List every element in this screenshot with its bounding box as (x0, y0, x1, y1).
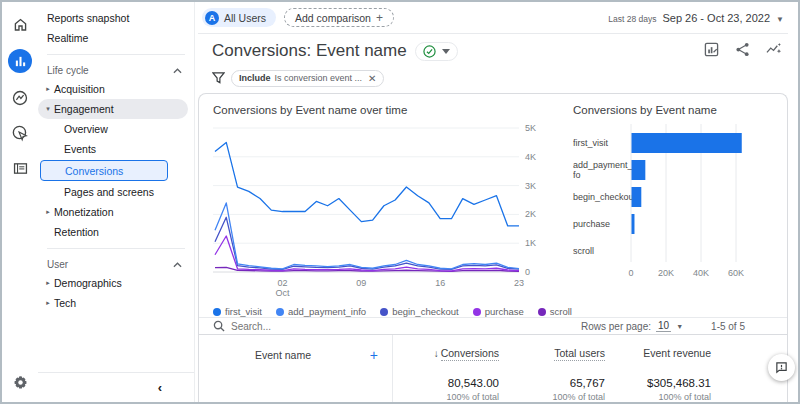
legend-dot (276, 308, 284, 316)
expand-arrow-icon: ▸ (42, 208, 54, 216)
configure-icon[interactable] (10, 158, 30, 178)
date-range-selector[interactable]: Last 28 days Sep 26 - Oct 23, 2022 ▼ (608, 12, 788, 24)
svg-text:20K: 20K (658, 268, 674, 278)
svg-text:first_visit: first_visit (573, 138, 609, 148)
filter-funnel-icon[interactable] (212, 72, 225, 84)
svg-text:3K: 3K (525, 181, 536, 191)
expand-arrow-icon: ▸ (42, 85, 54, 93)
sidebar-item-monetization[interactable]: ▸ Monetization (38, 202, 194, 222)
report-nav: Reports snapshot Realtime Life cycle ▸ A… (38, 2, 195, 402)
svg-text:add_payment_in: add_payment_in (573, 160, 640, 170)
event-revenue-column: Event revenue $305,468.31 100% of total (605, 347, 711, 402)
add-comparison-button[interactable]: Add comparison + (284, 8, 394, 27)
data-table: Event name + ↓Conversions 80,543.00 100%… (199, 335, 787, 402)
rows-per-page-select[interactable]: 10 (656, 320, 671, 332)
chevron-down-icon[interactable]: ▼ (676, 323, 683, 330)
sidebar-item-pages-and-screens[interactable]: Pages and screens (38, 182, 194, 202)
legend-item-first_visit[interactable]: first_visit (213, 306, 262, 317)
section-life-cycle[interactable]: Life cycle (38, 61, 194, 79)
customize-report-icon[interactable] (704, 42, 719, 61)
dimension-column: Event name + (199, 335, 393, 402)
segment-avatar: A (205, 11, 219, 25)
sidebar-item-demographics[interactable]: ▸ Demographics (38, 273, 194, 293)
chevron-up-icon (173, 65, 182, 76)
rows-per-page: Rows per page: 10 ▼ (581, 320, 683, 332)
filter-chip-include-conversion[interactable]: Include Is conversion event ... ✕ (231, 70, 384, 87)
page-title: Conversions: Event name (212, 41, 407, 61)
svg-text:0: 0 (628, 268, 633, 278)
home-icon[interactable] (10, 14, 30, 34)
sidebar-item-realtime[interactable]: Realtime (38, 28, 194, 48)
charts-row: Conversions by Event name over time 01K2… (199, 94, 787, 318)
svg-text:Oct: Oct (276, 288, 291, 298)
svg-text:02: 02 (278, 278, 288, 288)
close-icon[interactable]: ✕ (368, 73, 376, 84)
svg-text:fo: fo (573, 170, 581, 180)
conversions-pct: 100% of total (393, 392, 499, 402)
total-users-column: Total users 65,767 100% of total (499, 347, 605, 402)
report-card: Conversions by Event name over time 01K2… (198, 93, 788, 402)
sidebar-item-tech[interactable]: ▸ Tech (38, 293, 194, 313)
column-header-event-revenue[interactable]: Event revenue (643, 347, 711, 359)
plus-icon: + (376, 11, 383, 25)
sidebar-item-retention[interactable]: Retention (38, 222, 194, 242)
section-user[interactable]: User (38, 255, 194, 273)
chevron-down-icon: ▼ (776, 15, 784, 24)
legend-dot (380, 308, 388, 316)
divider (47, 248, 185, 249)
conversion-badge-dropdown[interactable] (415, 42, 458, 61)
explore-icon[interactable] (10, 88, 30, 108)
legend-dot (538, 308, 546, 316)
sidebar-item-events[interactable]: Events (38, 139, 194, 159)
svg-text:1K: 1K (525, 238, 536, 248)
column-header-total-users[interactable]: Total users (554, 347, 605, 361)
total-users-pct: 100% of total (499, 392, 605, 402)
svg-text:60K: 60K (728, 268, 744, 278)
svg-text:09: 09 (356, 278, 366, 288)
conversions-total: 80,543.00 (393, 377, 499, 389)
event-revenue-pct: 100% of total (605, 392, 711, 402)
line-chart: 01K2K3K4K5K02Oct091623 (213, 120, 547, 300)
report-header: Conversions: Event name (198, 37, 788, 65)
chart-legend: first_visitadd_payment_infobegin_checkou… (213, 306, 547, 317)
expand-arrow-icon: ▸ (42, 279, 54, 287)
legend-item-add_payment_info[interactable]: add_payment_info (276, 306, 366, 317)
column-header-event-name[interactable]: Event name (255, 349, 311, 361)
svg-text:2K: 2K (525, 209, 536, 219)
sidebar-item-reports-snapshot[interactable]: Reports snapshot (38, 8, 194, 28)
admin-settings-icon[interactable] (10, 372, 30, 392)
share-icon[interactable] (735, 42, 750, 61)
search-icon (213, 320, 225, 332)
comparison-bar: A All Users Add comparison + Last 28 day… (198, 2, 788, 34)
report-actions (704, 42, 788, 61)
event-revenue-total: $305,468.31 (605, 377, 711, 389)
line-chart-title: Conversions by Event name over time (213, 104, 547, 116)
app-rail (2, 2, 38, 402)
legend-item-begin_checkout[interactable]: begin_checkout (380, 306, 459, 317)
advertising-icon[interactable] (10, 123, 30, 143)
search-input[interactable] (231, 321, 411, 332)
sidebar-item-acquisition[interactable]: ▸ Acquisition (38, 79, 194, 99)
sidebar-item-overview[interactable]: Overview (38, 119, 194, 139)
sidebar-item-engagement[interactable]: ▾ Engagement (38, 99, 188, 119)
add-column-button[interactable]: + (370, 347, 378, 363)
chevron-down-icon (442, 49, 450, 54)
chevron-up-icon (173, 259, 182, 270)
svg-text:purchase: purchase (573, 219, 610, 229)
feedback-button[interactable] (768, 354, 795, 381)
conversions-column: ↓Conversions 80,543.00 100% of total (393, 347, 499, 402)
check-circle-icon (423, 45, 436, 58)
reports-icon[interactable] (8, 49, 32, 73)
column-header-conversions[interactable]: Conversions (441, 347, 499, 361)
svg-text:4K: 4K (525, 152, 536, 162)
sort-desc-icon[interactable]: ↓ (434, 348, 439, 359)
sidebar-item-conversions[interactable]: Conversions (40, 160, 168, 181)
divider (47, 54, 185, 55)
table-toolbar: Rows per page: 10 ▼ 1-5 of 5 (199, 318, 787, 335)
svg-text:0: 0 (525, 267, 530, 277)
legend-item-purchase[interactable]: purchase (473, 306, 524, 317)
insights-icon[interactable] (766, 42, 782, 61)
collapse-sidebar-button[interactable]: ‹ (158, 380, 162, 395)
segment-chip-all-users[interactable]: A All Users (202, 8, 276, 27)
main-content: A All Users Add comparison + Last 28 day… (195, 2, 800, 402)
